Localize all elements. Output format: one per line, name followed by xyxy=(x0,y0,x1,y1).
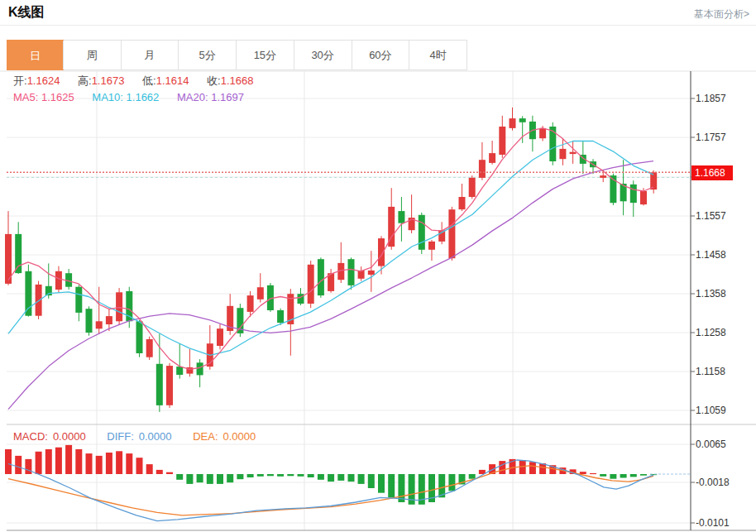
macd-bar xyxy=(358,474,365,484)
candle-body xyxy=(277,310,284,323)
candle-body xyxy=(459,197,466,209)
candle-body xyxy=(75,287,82,313)
macd-bar xyxy=(499,461,505,474)
candle-body xyxy=(398,211,404,223)
low-label: 低: xyxy=(142,74,156,87)
macd-bar xyxy=(126,453,132,474)
candle-body xyxy=(448,209,455,258)
candle-body xyxy=(156,364,163,405)
candle-body xyxy=(549,127,556,161)
candle-body xyxy=(479,160,486,178)
macd-bar xyxy=(207,474,213,484)
ma10-value: 1.1662 xyxy=(127,91,160,103)
high-value: 1.1673 xyxy=(92,74,125,87)
macd-value: 0.0000 xyxy=(53,430,86,443)
candle-body xyxy=(419,215,425,250)
macd-bar xyxy=(186,474,193,484)
macd-bar xyxy=(640,474,647,476)
candle-body xyxy=(15,234,22,273)
y-axis-label: -0.0018 xyxy=(696,477,754,488)
candle-body xyxy=(247,295,254,312)
macd-bar xyxy=(368,474,375,488)
macd-bar xyxy=(227,474,233,482)
ohlc-row: 开:1.1624 高:1.1673 低:1.1614 收:1.1668 xyxy=(13,74,268,89)
candle-body xyxy=(640,191,647,204)
candle-body xyxy=(25,271,31,316)
macd-bar xyxy=(277,474,284,477)
candle-body xyxy=(318,259,324,295)
candle-body xyxy=(630,185,637,203)
macd-bar xyxy=(156,470,163,474)
y-axis-label: 1.1258 xyxy=(696,327,754,338)
candle-body xyxy=(257,287,264,300)
macd-bar xyxy=(116,451,122,474)
macd-bar xyxy=(25,459,31,474)
diff-label: DIFF: xyxy=(107,430,134,443)
candle-body xyxy=(217,328,223,346)
candle-body xyxy=(96,321,103,328)
candle-body xyxy=(510,118,516,128)
macd-bar xyxy=(55,448,62,474)
candle-body xyxy=(428,242,435,250)
macd-bar xyxy=(45,449,52,474)
y-axis-label: 1.1557 xyxy=(696,210,754,222)
y-axis-label: 1.1358 xyxy=(696,288,754,300)
macd-label: MACD: xyxy=(13,430,48,443)
candle-body xyxy=(36,285,42,316)
candle-body xyxy=(136,321,143,353)
candle-body xyxy=(308,265,314,304)
ma5-label: MA5: xyxy=(13,91,38,103)
macd-bar xyxy=(267,474,274,476)
macd-bar xyxy=(197,474,203,482)
macd-bar xyxy=(308,474,314,477)
macd-bar xyxy=(378,474,385,493)
candle-body xyxy=(368,271,375,275)
macd-bar xyxy=(600,474,606,477)
macd-row: MACD:0.0000 DIFF:0.0000 DEA:0.0000 xyxy=(13,430,261,443)
macd-bar xyxy=(630,474,637,477)
macd-bar xyxy=(75,449,82,474)
macd-bar xyxy=(86,453,93,474)
candle-body xyxy=(570,152,577,154)
open-value: 1.1624 xyxy=(27,74,60,87)
y-axis-label: 1.1059 xyxy=(696,405,754,416)
candle-body xyxy=(166,366,173,405)
macd-bar xyxy=(36,452,42,474)
ma20-label: MA20: xyxy=(177,91,208,103)
diff-value: 0.0000 xyxy=(139,430,172,443)
macd-bar xyxy=(580,472,586,474)
macd-bar xyxy=(469,474,476,479)
low-value: 1.1614 xyxy=(156,74,189,87)
macd-bar xyxy=(337,474,344,481)
dea-label: DEA: xyxy=(193,430,218,443)
macd-bar xyxy=(590,473,596,474)
macd-bar xyxy=(287,474,294,476)
macd-bar xyxy=(610,474,616,479)
candle-body xyxy=(106,316,112,324)
macd-bar xyxy=(398,474,404,502)
candle-body xyxy=(469,178,476,197)
y-axis-label: 1.1158 xyxy=(696,366,754,377)
high-label: 高: xyxy=(78,74,92,87)
candle-body xyxy=(519,118,526,122)
macd-bar xyxy=(5,449,12,474)
macd-bar xyxy=(65,445,72,474)
macd-bar xyxy=(348,474,355,482)
close-value: 1.1668 xyxy=(221,74,254,87)
candle-body xyxy=(499,127,505,155)
y-axis-label: 1.1857 xyxy=(696,93,754,104)
candle-body xyxy=(176,367,183,375)
macd-bar xyxy=(328,474,334,482)
dea-line xyxy=(8,466,653,515)
macd-bar xyxy=(237,474,243,479)
y-axis-label: 1.1757 xyxy=(696,132,754,143)
candle-body xyxy=(539,128,546,138)
macd-bar xyxy=(96,456,103,474)
ma20-value: 1.1697 xyxy=(211,91,244,103)
ma5-value: 1.1625 xyxy=(41,91,74,103)
candle-body xyxy=(146,339,153,357)
macd-bar xyxy=(146,464,153,474)
macd-bar xyxy=(318,474,324,480)
y-axis-label: 0.0065 xyxy=(696,439,754,450)
macd-bar xyxy=(298,474,304,477)
